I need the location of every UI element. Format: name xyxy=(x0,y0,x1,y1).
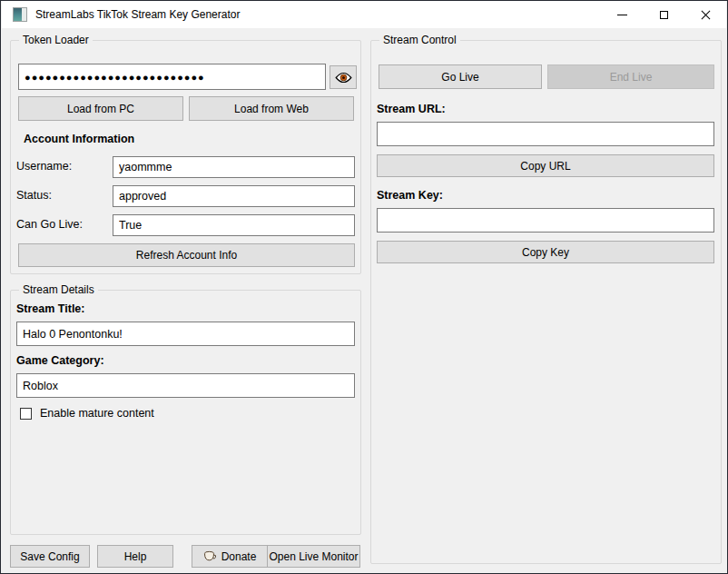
mature-content-label: Enable mature content xyxy=(40,407,154,420)
save-config-button[interactable]: Save Config xyxy=(10,545,90,568)
username-field[interactable] xyxy=(113,156,355,178)
stream-key-label: Stream Key: xyxy=(377,189,443,202)
stream-details-group-label: Stream Details xyxy=(19,283,98,297)
donate-button-label: Donate xyxy=(221,550,257,563)
stream-title-label: Stream Title: xyxy=(16,302,85,315)
stream-title-input[interactable] xyxy=(16,322,355,346)
can-go-live-field[interactable] xyxy=(113,214,355,236)
stream-key-input[interactable] xyxy=(377,208,714,233)
help-button[interactable]: Help xyxy=(97,545,173,568)
close-icon xyxy=(701,10,711,20)
end-live-button[interactable]: End Live xyxy=(547,64,714,89)
game-category-input[interactable] xyxy=(16,373,355,398)
app-window: StreamLabs TikTok Stream Key Generator T… xyxy=(0,0,728,574)
donate-button[interactable]: Donate xyxy=(192,545,268,568)
window-controls xyxy=(601,1,726,28)
status-label: Status: xyxy=(16,189,52,202)
open-live-monitor-button[interactable]: Open Live Monitor xyxy=(267,545,360,568)
mature-content-row: Enable mature content xyxy=(20,407,154,420)
reveal-token-button[interactable] xyxy=(330,65,357,89)
can-go-live-label: Can Go Live: xyxy=(16,218,83,231)
mature-content-checkbox[interactable] xyxy=(20,408,32,420)
title-bar: StreamLabs TikTok Stream Key Generator xyxy=(2,1,726,28)
token-input[interactable] xyxy=(18,64,326,90)
load-from-pc-button[interactable]: Load from PC xyxy=(18,96,183,121)
game-category-label: Game Category: xyxy=(16,354,104,367)
minimize-button[interactable] xyxy=(601,1,643,28)
maximize-button[interactable] xyxy=(643,1,684,28)
stream-control-group: Stream Control Go Live End Live Stream U… xyxy=(370,40,722,564)
account-information-heading: Account Information xyxy=(24,133,134,145)
app-icon xyxy=(13,7,27,22)
copy-key-button[interactable]: Copy Key xyxy=(377,241,714,263)
close-button[interactable] xyxy=(684,1,726,28)
minimize-icon xyxy=(617,15,627,15)
window-title: StreamLabs TikTok Stream Key Generator xyxy=(35,8,240,21)
stream-details-group: Stream Details Stream Title: Game Catego… xyxy=(10,290,361,535)
stream-control-group-label: Stream Control xyxy=(379,34,460,47)
maximize-icon xyxy=(660,11,668,19)
refresh-account-info-button[interactable]: Refresh Account Info xyxy=(18,243,355,267)
go-live-button[interactable]: Go Live xyxy=(379,64,542,89)
username-label: Username: xyxy=(16,160,72,173)
coffee-cup-icon xyxy=(203,550,217,562)
status-field[interactable] xyxy=(113,185,355,207)
token-loader-group-label: Token Loader xyxy=(19,34,93,47)
stream-url-label: Stream URL: xyxy=(377,103,446,115)
stream-url-input[interactable] xyxy=(377,122,714,146)
load-from-web-button[interactable]: Load from Web xyxy=(189,96,354,121)
token-loader-group: Token Loader Load from PC Load from Web … xyxy=(10,40,361,274)
eye-icon xyxy=(335,72,352,84)
copy-url-button[interactable]: Copy URL xyxy=(377,154,714,177)
